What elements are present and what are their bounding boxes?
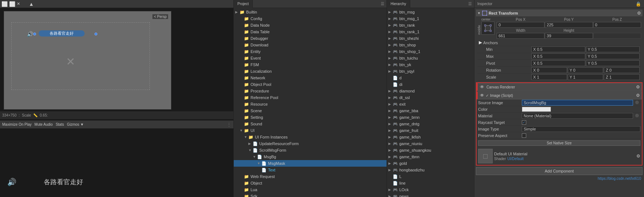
list-item[interactable]: ▶ 🎮 game_dntg xyxy=(387,121,474,127)
raycast-checkbox[interactable]: ✓ xyxy=(522,120,526,125)
list-item[interactable]: ▶ 🎮 news xyxy=(387,193,474,197)
list-item[interactable]: ▶ 🎮 game_fruit xyxy=(387,127,474,134)
pos-z-value[interactable]: 0 xyxy=(593,22,641,28)
list-item[interactable]: 📁 Config xyxy=(234,15,387,22)
list-item[interactable]: ▼ 📄 ScrollMsgForm xyxy=(234,147,387,154)
rect-transform-header[interactable]: ▼ Rect Transform ⚙ xyxy=(476,10,643,17)
image-eye-icon[interactable]: 👁 xyxy=(479,92,485,98)
list-item[interactable]: 📄 Text xyxy=(234,167,387,173)
list-item[interactable]: 📁 Localization xyxy=(234,68,387,75)
default-ui-settings-icon[interactable]: ⚙ xyxy=(636,154,640,159)
color-swatch[interactable] xyxy=(522,107,551,112)
list-item[interactable]: ▼ 📁 UI Form Instances xyxy=(234,134,387,140)
list-item[interactable]: 📁 Object Pool xyxy=(234,81,387,88)
component-options-icon[interactable]: ⚙ xyxy=(637,11,641,16)
hierarchy-tab[interactable]: Hierarchy xyxy=(387,0,410,8)
list-item[interactable]: ▶ 🎮 game_niuniu xyxy=(387,140,474,147)
image-script-header[interactable]: 👁 ✓ Image (Script) ⚙ xyxy=(477,91,642,99)
list-item[interactable]: 📁 FSM xyxy=(234,61,387,68)
list-item[interactable]: ▶ 🎮 btn_shezhi xyxy=(387,35,474,42)
list-item[interactable]: 📁 Download xyxy=(234,42,387,48)
list-item[interactable]: 📁 Debugger xyxy=(234,35,387,42)
list-item[interactable]: ▶ 🎮 hongbaodizhu xyxy=(387,167,474,173)
mute-label[interactable]: Mute Audio xyxy=(35,122,53,126)
list-item[interactable]: ▶ 🎮 diamond xyxy=(387,88,474,94)
list-item[interactable]: 📁 Data Table xyxy=(234,29,387,35)
eye-icon[interactable]: 👁 xyxy=(479,84,485,90)
list-item[interactable]: ▶ 🎮 btn_shop_1 xyxy=(387,48,474,55)
pivot-x[interactable]: X 0.5 xyxy=(531,60,585,66)
image-script-settings-icon[interactable]: ⚙ xyxy=(636,93,640,98)
list-item[interactable]: ▶ 🎮 btn_yk xyxy=(387,61,474,68)
list-item[interactable]: ▶ 🎮 game_tbnn xyxy=(387,154,474,160)
list-item[interactable]: 📄 di xyxy=(387,81,474,88)
hierarchy-tree[interactable]: ▶ 🎮 btn_msg ▶ 🎮 btn_msg_1 ▶ 🎮 btn_rank ▶… xyxy=(387,8,474,197)
list-item[interactable]: 📄 L xyxy=(387,173,474,180)
list-item[interactable]: 📁 Data Node xyxy=(234,22,387,29)
list-item[interactable]: 📁 Entity xyxy=(234,48,387,55)
material-value[interactable]: None (Material) xyxy=(522,113,633,119)
scene-handle-right[interactable] xyxy=(94,33,97,35)
list-item[interactable]: ▶ 🎮 dt_ssl xyxy=(387,94,474,101)
list-item[interactable]: 📁 Object xyxy=(234,180,387,186)
list-item[interactable]: ▶ 🎮 game_bba xyxy=(387,107,474,114)
list-item[interactable]: 📄 d xyxy=(387,75,474,81)
max-x[interactable]: X 0.5 xyxy=(531,53,585,59)
list-item[interactable]: ▶ 🎮 gold xyxy=(387,160,474,167)
list-item[interactable]: ▶ 🎮 btn_tuichu xyxy=(387,55,474,61)
list-item[interactable]: ▶ 🎮 LOck xyxy=(387,186,474,193)
list-item[interactable]: ▶ 🎮 btn_msg xyxy=(387,9,474,15)
project-tree[interactable]: ▶ 📁 Builtin 📁 Config 📁 Data Node 📁 Data … xyxy=(234,8,387,197)
source-image-value[interactable]: ScrollMsgBg xyxy=(522,100,633,106)
scene-viewport[interactable]: 🔊 各路看官走好 ✕ < Persp xyxy=(4,11,171,110)
preserve-aspect-checkbox[interactable] xyxy=(522,133,526,138)
list-item[interactable]: 📁 Web Request xyxy=(234,173,387,180)
list-item[interactable]: ▼ 📄 MsgBg xyxy=(234,154,387,160)
list-item[interactable]: ▶ 🎮 btn_rank_1 xyxy=(387,29,474,35)
project-panel-menu[interactable]: ☰ xyxy=(379,1,387,6)
source-image-picker[interactable]: ◎ xyxy=(634,100,640,106)
list-item[interactable]: ▶ 🎮 game_lkfish xyxy=(387,134,474,140)
list-item[interactable]: ▶ 🎮 exit xyxy=(387,101,474,107)
pos-x-value[interactable]: 0 xyxy=(497,22,544,28)
list-item[interactable]: 📁 Lua xyxy=(234,186,387,193)
extra-value[interactable] xyxy=(593,33,641,39)
min-x[interactable]: X 0.5 xyxy=(531,46,585,52)
gizmos-label[interactable]: Gizmos ▼ xyxy=(67,122,84,126)
maximize-label[interactable]: Maximize On Play xyxy=(2,122,32,126)
width-value[interactable]: 661 xyxy=(497,33,544,39)
list-item[interactable]: 📁 Setting xyxy=(234,114,387,121)
rot-z[interactable]: Z 0 xyxy=(604,67,640,73)
scale-x[interactable]: X 1 xyxy=(531,74,567,80)
rot-y[interactable]: Y 0 xyxy=(568,67,604,73)
stats-label[interactable]: Stats xyxy=(56,122,64,126)
list-item[interactable]: 📁 Procedure xyxy=(234,88,387,94)
list-item[interactable]: 📁 Resource xyxy=(234,101,387,107)
list-item[interactable]: ▼ 📄 MsgMask xyxy=(234,160,387,167)
pos-y-value[interactable]: 225 xyxy=(545,22,593,28)
scale-z[interactable]: Z 1 xyxy=(604,74,640,80)
set-native-button[interactable]: Set Native Size xyxy=(478,140,640,146)
shader-value[interactable]: UI/Default xyxy=(507,157,523,161)
pivot-y[interactable]: Y 0.5 xyxy=(586,60,640,66)
hierarchy-panel-menu[interactable]: ☰ xyxy=(466,1,474,6)
list-item[interactable]: ▶ 🎮 game_brnn xyxy=(387,114,474,121)
height-value[interactable]: 39 xyxy=(545,33,593,39)
list-item[interactable]: ▶ 🎮 game_shuangkou xyxy=(387,147,474,154)
max-y[interactable]: Y 0.5 xyxy=(586,53,640,59)
list-item[interactable]: ▼ 📁 UI xyxy=(234,127,387,134)
list-item[interactable]: 📁 Scene xyxy=(234,107,387,114)
list-item[interactable]: 📁 Sdk xyxy=(234,193,387,197)
list-item[interactable]: 📁 Network xyxy=(234,75,387,81)
list-item[interactable]: ▶ 🎮 btn_rank xyxy=(387,22,474,29)
list-item[interactable]: 📄 line xyxy=(387,180,474,186)
persp-label[interactable]: < Persp xyxy=(152,14,168,19)
add-component-button[interactable]: Add Component xyxy=(476,167,643,175)
material-picker[interactable]: ◎ xyxy=(634,113,640,119)
project-tab[interactable]: Project xyxy=(234,0,253,8)
list-item[interactable]: ▶ 📁 Builtin xyxy=(234,9,387,15)
panel-resize-icon[interactable]: ⋮ xyxy=(227,122,231,127)
min-y[interactable]: Y 0.5 xyxy=(586,46,640,52)
list-item[interactable]: 📁 Event xyxy=(234,55,387,61)
list-item[interactable]: 📁 Sound xyxy=(234,121,387,127)
